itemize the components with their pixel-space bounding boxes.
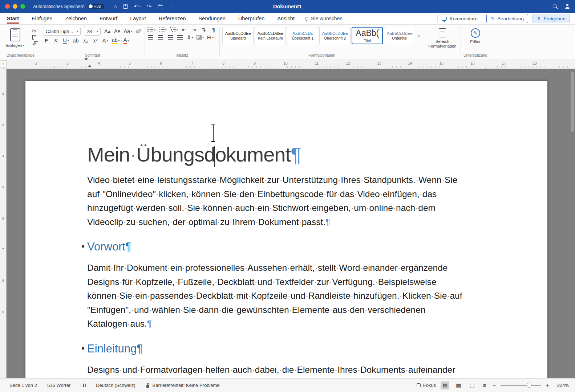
font-color-button[interactable]: A▾: [123, 37, 129, 44]
style-titel[interactable]: AaBb( Titel: [352, 27, 383, 44]
editor-button[interactable]: ✎ Editor: [463, 27, 487, 44]
page-count[interactable]: Seite 1 von 2: [9, 383, 37, 388]
word-count[interactable]: 516 Wörter: [47, 383, 70, 388]
style-untertitel[interactable]: AaBbCcDdEe Untertitel: [384, 27, 415, 44]
zoom-out-button[interactable]: −: [493, 382, 496, 388]
chevron-down-icon: ▾: [127, 39, 129, 42]
tell-me-button[interactable]: Sie wünschen: [305, 16, 343, 21]
bold-button[interactable]: F: [43, 38, 49, 44]
zoom-in-button[interactable]: +: [546, 382, 549, 388]
left-indent-marker[interactable]: [84, 61, 92, 65]
increase-indent-button[interactable]: ⇥: [191, 27, 197, 33]
numbering-button[interactable]: ▾: [159, 28, 167, 32]
italic-button[interactable]: K: [53, 38, 59, 44]
multilevel-list-button[interactable]: ▾: [170, 28, 178, 32]
tab-ueberpruefen[interactable]: Überprüfen: [238, 14, 265, 23]
style-kein-leerraum[interactable]: AaBbCcDdEe Kein Leerraum: [255, 27, 286, 44]
format-painter-button[interactable]: ✐: [31, 41, 37, 47]
horizontal-ruler[interactable]: L 2 3 4 5 6 7 8 9 10 11 12 13 14 15 16 1…: [0, 59, 575, 69]
redo-button[interactable]: ↷: [147, 3, 151, 10]
zoom-slider-thumb[interactable]: [527, 383, 532, 388]
web-layout-view-button[interactable]: ▦: [454, 381, 463, 389]
tab-sendungen[interactable]: Sendungen: [198, 14, 226, 23]
clear-formatting-button[interactable]: [135, 30, 142, 33]
tab-einfuegen[interactable]: Einfügen: [31, 14, 53, 23]
font-name-select[interactable]: Calibri Ligh...▾: [43, 27, 81, 36]
style-ueberschrift-2[interactable]: AaBbCcDdEe Überschrift 2: [319, 27, 351, 44]
share-button[interactable]: ⇧ Freigeben: [533, 14, 570, 23]
text-effects-button[interactable]: A▾: [102, 38, 108, 44]
decrease-indent-button[interactable]: ⇤: [181, 27, 187, 33]
align-right-button[interactable]: [167, 35, 174, 40]
zoom-slider[interactable]: [501, 385, 541, 386]
tab-ansicht[interactable]: Ansicht: [277, 14, 295, 23]
show-formatting-marks-button[interactable]: ¶: [210, 27, 217, 33]
vertical-scrollbar[interactable]: [571, 72, 574, 373]
text-line: Designs·für·Kopfzeile,·Fußzeile,·Deckbla…: [87, 275, 486, 289]
align-left-button[interactable]: [147, 35, 154, 40]
outline-view-button[interactable]: ▢: [468, 381, 477, 389]
bullets-button[interactable]: ▾: [147, 28, 155, 32]
editing-mode-button[interactable]: ✎ Bearbeitung: [486, 14, 528, 23]
borders-button[interactable]: ⊞▾: [207, 34, 214, 40]
strikethrough-button[interactable]: ab: [72, 38, 79, 44]
tab-referenzen[interactable]: Referenzen: [158, 14, 186, 23]
proofing-status-button[interactable]: [81, 384, 86, 387]
account-icon[interactable]: [565, 4, 570, 9]
styles-pane-button[interactable]: Bereich Formatvorlagen: [427, 27, 458, 49]
autosave-toggle[interactable]: Automatisches Speichern AUS: [33, 4, 104, 9]
more-commands-button[interactable]: ···: [169, 3, 175, 9]
underline-button[interactable]: U▾: [62, 38, 69, 44]
superscript-button[interactable]: x²: [92, 38, 98, 44]
tab-zeichnen[interactable]: Zeichnen: [65, 14, 87, 23]
autosave-switch[interactable]: AUS: [88, 4, 104, 9]
chevron-down-icon: ▾: [131, 30, 132, 33]
fullscreen-window-button[interactable]: [20, 4, 25, 9]
search-icon[interactable]: [553, 4, 558, 9]
shrink-font-button[interactable]: A▾: [114, 28, 120, 34]
highlight-color-button[interactable]: ab▾: [112, 37, 120, 44]
zoom-percentage[interactable]: 224%: [554, 383, 569, 388]
ruler-number: 8: [222, 61, 224, 65]
print-button[interactable]: [158, 4, 163, 9]
right-indent-marker[interactable]: [484, 64, 487, 68]
minimize-window-button[interactable]: [13, 4, 17, 9]
copy-button[interactable]: [31, 35, 37, 40]
change-case-icon: Aa: [123, 28, 130, 34]
grow-font-button[interactable]: A▴: [104, 28, 110, 34]
close-window-button[interactable]: [5, 4, 10, 9]
sort-button[interactable]: ⇅: [201, 27, 207, 33]
save-icon[interactable]: [123, 4, 128, 9]
shading-button[interactable]: ▾: [197, 35, 204, 40]
focus-label: Fokus: [423, 383, 436, 388]
chevron-down-icon: ▾: [23, 44, 24, 47]
draft-view-button[interactable]: ≡: [481, 381, 488, 389]
subscript-button[interactable]: x₂: [82, 38, 89, 44]
document-page[interactable]: Mein·Übungsdokument¶ Video·bietet·eine·l…: [25, 81, 547, 378]
tab-entwurf[interactable]: Entwurf: [99, 14, 118, 23]
undo-button[interactable]: ↶▾: [134, 3, 141, 10]
ribbon-tab-bar: Start Einfügen Zeichnen Entwurf Layout R…: [0, 13, 575, 25]
comments-button[interactable]: Kommentare: [437, 14, 482, 23]
style-ueberschrift-1[interactable]: AaBbCcDc Überschrift 1: [287, 27, 318, 44]
justify-button[interactable]: [177, 35, 183, 40]
align-center-button[interactable]: [157, 35, 164, 40]
styles-gallery-more-button[interactable]: ›: [416, 32, 421, 39]
home-icon[interactable]: ⌂: [114, 3, 117, 9]
change-case-button[interactable]: Aa▾: [123, 28, 132, 34]
style-standard[interactable]: AaBbCcDdEe Standard: [222, 27, 254, 44]
scrollbar-thumb[interactable]: [571, 72, 574, 132]
language-selector[interactable]: Deutsch (Schweiz): [96, 383, 135, 388]
tab-start[interactable]: Start: [7, 14, 19, 23]
print-layout-view-button[interactable]: ▤: [441, 381, 449, 389]
tab-layout[interactable]: Layout: [130, 14, 146, 23]
vertical-ruler[interactable]: 2 3 4 5 6 7 8 9: [0, 69, 7, 378]
accessibility-status[interactable]: Barrierefreiheit: Keine Probleme: [146, 383, 220, 388]
line-spacing-button[interactable]: ⇕▾: [187, 34, 193, 40]
tab-selector[interactable]: L: [1, 60, 7, 68]
paste-button[interactable]: Einfügen▾: [4, 27, 27, 49]
cut-button[interactable]: ✂: [31, 28, 37, 34]
numbered-list-icon: [159, 28, 165, 32]
focus-mode-button[interactable]: Fokus: [417, 383, 436, 388]
font-size-select[interactable]: 28▾: [84, 27, 101, 36]
